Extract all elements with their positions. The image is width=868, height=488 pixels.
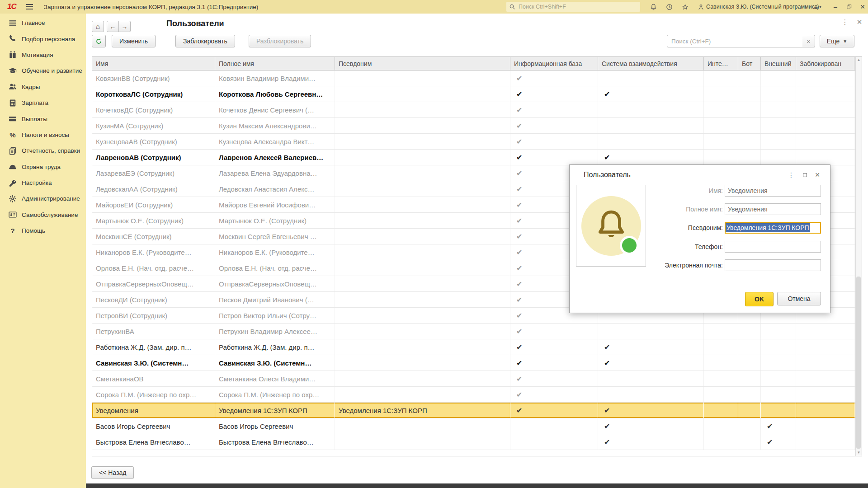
search-clear-button[interactable]: ×	[802, 35, 815, 47]
cell-name[interactable]: ЛазареваЕЭ (Сотрудник)	[92, 165, 215, 181]
full-name-field[interactable]	[725, 203, 821, 215]
cell-integration[interactable]	[704, 387, 738, 402]
cell-name[interactable]: Савинская З.Ю. (Системн…	[92, 355, 215, 371]
cell-alias[interactable]	[335, 181, 510, 197]
cell-full-name[interactable]: Лавренов Алексей Валериев…	[215, 150, 335, 165]
cell-full-name[interactable]: Ледовская Анастасия Алекс…	[215, 181, 335, 197]
cell-integration[interactable]	[704, 355, 738, 371]
cell-external[interactable]	[761, 86, 796, 102]
cell-alias[interactable]	[335, 339, 510, 355]
table-row[interactable]: СметанкинаОВСметанкина Олеся Владими…✔	[92, 371, 862, 387]
back-button[interactable]: << Назад	[91, 466, 134, 479]
restore-icon[interactable]	[843, 0, 855, 14]
cell-integration[interactable]	[704, 118, 738, 133]
cell-alias[interactable]	[335, 292, 510, 307]
table-row[interactable]: Быстрова Елена Вячеславо…Быстрова Елена …	[92, 434, 862, 450]
cell-name[interactable]: Никаноров Е.К. (Руководите…	[92, 244, 215, 260]
cell-infobase[interactable]	[510, 434, 598, 450]
cell-alias[interactable]	[335, 70, 510, 86]
nav-forward-button[interactable]: →	[118, 21, 131, 32]
cell-alias[interactable]	[335, 197, 510, 212]
cell-alias[interactable]	[335, 213, 510, 228]
cancel-button[interactable]: Отмена	[777, 292, 821, 305]
sidebar-item-nastroyka[interactable]: Настройка	[0, 175, 86, 191]
current-user[interactable]: Савинская З.Ю. (Системный программист)	[706, 0, 819, 14]
cell-name[interactable]: МосквинСЕ (Сотрудник)	[92, 229, 215, 244]
cell-full-name[interactable]: Савинская З.Ю. (Системн…	[215, 355, 335, 371]
cell-infobase-check-icon[interactable]: ✔	[510, 134, 598, 149]
vertical-scrollbar[interactable]: ▲ ▼	[855, 57, 862, 456]
cell-external[interactable]	[761, 371, 796, 386]
cell-full-name[interactable]: Орлова Е.Н. (Нач. отд. расче…	[215, 260, 335, 276]
table-row[interactable]: Работкина Ж.Д. (Зам. дир. п…Работкина Ж.…	[92, 339, 862, 355]
cell-integration[interactable]	[704, 150, 738, 165]
cell-name[interactable]: КоротковаЛС (Сотрудник)	[92, 86, 215, 102]
cell-name[interactable]: ЛавреновАВ (Сотрудник)	[92, 150, 215, 165]
cell-full-name[interactable]: ОтправкаСерверныхОповещ…	[215, 276, 335, 291]
cell-alias[interactable]	[335, 371, 510, 386]
list-search-input[interactable]	[670, 38, 799, 45]
column-header[interactable]: Внешний	[761, 57, 796, 70]
cell-interaction-system-check-icon[interactable]: ✔	[598, 150, 704, 165]
cell-bot[interactable]	[738, 418, 761, 434]
cell-external[interactable]	[761, 118, 796, 133]
cell-interaction-system[interactable]	[598, 134, 704, 149]
cell-interaction-system-check-icon[interactable]: ✔	[598, 418, 704, 434]
cell-integration[interactable]	[704, 86, 738, 102]
cell-full-name[interactable]: Мартынюк О.Е. (Сотрудник)	[215, 213, 335, 228]
cell-integration[interactable]	[704, 102, 738, 117]
cell-bot[interactable]	[738, 150, 761, 165]
cell-blocked[interactable]	[796, 355, 854, 371]
cell-bot[interactable]	[738, 355, 761, 371]
window-kebab-icon[interactable]: ⋮	[840, 18, 850, 26]
cell-integration[interactable]	[704, 371, 738, 386]
cell-full-name[interactable]: Песков Дмитрий Иванович (…	[215, 292, 335, 307]
cell-external-check-icon[interactable]: ✔	[761, 434, 796, 450]
cell-interaction-system-check-icon[interactable]: ✔	[598, 434, 704, 450]
cell-alias[interactable]	[335, 165, 510, 181]
cell-blocked[interactable]	[796, 150, 854, 165]
sidebar-item-samoobsluzhivanie[interactable]: Самообслуживание	[0, 207, 86, 223]
cell-blocked[interactable]	[796, 102, 854, 117]
cell-infobase[interactable]	[510, 418, 598, 434]
scrollbar-thumb[interactable]	[856, 277, 861, 449]
cell-blocked[interactable]	[796, 86, 854, 102]
cell-infobase-check-icon[interactable]: ✔	[510, 150, 598, 165]
cell-infobase-check-icon[interactable]: ✔	[510, 387, 598, 402]
dialog-kebab-icon[interactable]: ⋮	[786, 170, 797, 180]
user-avatar[interactable]	[576, 185, 646, 267]
sidebar-item-kadry[interactable]: Кадры	[0, 79, 86, 95]
cell-name[interactable]: Быстрова Елена Вячеславо…	[92, 434, 215, 450]
user-icon[interactable]	[695, 1, 706, 12]
cell-full-name[interactable]: Майоров Евгений Иосифови…	[215, 197, 335, 212]
column-header[interactable]: Имя	[92, 57, 215, 70]
close-icon[interactable]: ✕	[856, 0, 868, 14]
cell-name[interactable]: ПесковДИ (Сотрудник)	[92, 292, 215, 307]
cell-blocked[interactable]	[796, 324, 854, 339]
cell-interaction-system-check-icon[interactable]: ✔	[598, 339, 704, 355]
cell-name[interactable]: Мартынюк О.Е. (Сотрудник)	[92, 213, 215, 228]
cell-alias[interactable]	[335, 118, 510, 133]
main-menu-icon[interactable]	[26, 4, 33, 9]
cell-bot[interactable]	[738, 403, 761, 418]
unblock-button[interactable]: Разблокировать	[249, 35, 311, 47]
cell-infobase-check-icon[interactable]: ✔	[510, 118, 598, 133]
cell-name[interactable]: ОтправкаСерверныхОповещ…	[92, 276, 215, 291]
cell-name[interactable]: Уведомления	[92, 403, 215, 418]
cell-external[interactable]	[761, 339, 796, 355]
cell-blocked[interactable]	[796, 70, 854, 86]
cell-blocked[interactable]	[796, 339, 854, 355]
cell-alias[interactable]	[335, 434, 510, 450]
email-field[interactable]	[725, 259, 821, 271]
cell-full-name[interactable]: Басов Игорь Сергеевич	[215, 418, 335, 434]
cell-full-name[interactable]: Сорока П.М. (Инженер по охр…	[215, 387, 335, 402]
refresh-button[interactable]	[92, 35, 106, 47]
cell-blocked[interactable]	[796, 418, 854, 434]
scroll-up-icon[interactable]: ▲	[856, 57, 862, 63]
cell-integration[interactable]	[704, 70, 738, 86]
sidebar-item-nalogi[interactable]: %Налоги и взносы	[0, 127, 86, 143]
table-row[interactable]: КочетковДС (Сотрудник)Кочетков Денис Сер…	[92, 102, 862, 118]
cell-bot[interactable]	[738, 70, 761, 86]
cell-name[interactable]: ПетрухинВА	[92, 324, 215, 339]
sidebar-item-vyplaty[interactable]: Выплаты	[0, 111, 86, 127]
